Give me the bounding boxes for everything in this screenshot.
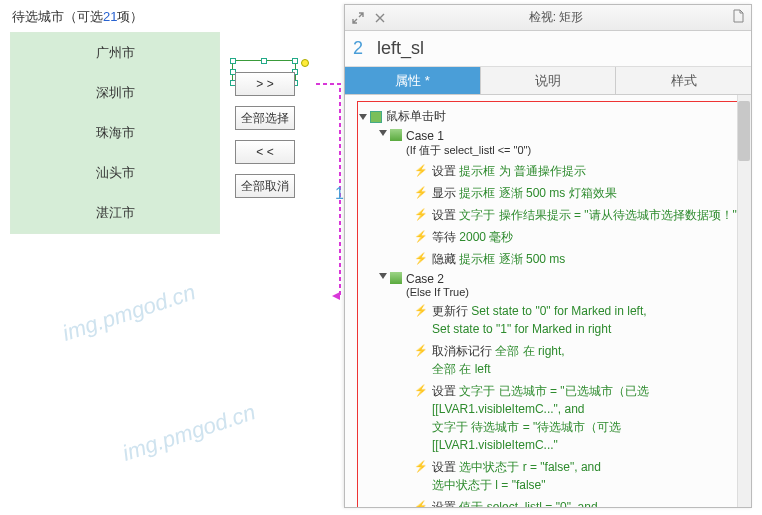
element-name-row[interactable]: 2 left_sl (345, 31, 751, 67)
watermark: img.pmgod.cn (119, 399, 258, 466)
case-1[interactable]: Case 1 (If 值于 select_listl <= "0") ⚡设置 提… (380, 127, 742, 270)
bolt-icon: ⚡ (414, 228, 426, 245)
deselect-all-button[interactable]: 全部取消 (235, 174, 295, 198)
svg-marker-0 (332, 292, 340, 300)
city-list[interactable]: 广州市 深圳市 珠海市 汕头市 湛江市 (10, 32, 220, 234)
bolt-icon: ⚡ (414, 342, 426, 359)
tab-style[interactable]: 样式 (616, 67, 751, 94)
highlight-box: 鼠标单击时 Case 1 (If 值于 select_listl <= "0")… (357, 101, 745, 507)
case-icon (390, 272, 402, 284)
action-row: ⚡显示 提示框 逐渐 500 ms 灯箱效果 (414, 182, 742, 204)
move-right-button[interactable]: > > (235, 72, 295, 96)
case-icon (390, 129, 402, 141)
resize-handle[interactable] (292, 58, 298, 64)
resize-handle[interactable] (261, 58, 267, 64)
modified-indicator-icon: * (425, 73, 430, 88)
expand-icon[interactable] (359, 114, 367, 120)
candidate-city-panel: 待选城市（可选21项） 广州市 深圳市 珠海市 汕头市 湛江市 (10, 4, 220, 234)
element-name-field[interactable]: left_sl (377, 38, 424, 59)
bolt-icon: ⚡ (414, 250, 426, 267)
case-title: Case 2 (406, 272, 469, 286)
case-condition: (Else If True) (406, 286, 469, 298)
case-2[interactable]: Case 2 (Else If True) ⚡更新行 Set state to … (380, 270, 742, 507)
action-row: ⚡隐藏 提示框 逐渐 500 ms (414, 248, 742, 270)
interactions-body[interactable]: 鼠标单击时 Case 1 (If 值于 select_listl <= "0")… (345, 95, 751, 507)
event-icon (370, 111, 382, 123)
bolt-icon: ⚡ (414, 382, 426, 399)
header-count: 21 (103, 9, 117, 24)
header-prefix: 待选城市（可选 (12, 9, 103, 24)
transfer-controls: > > 全部选择 < < 全部取消 (235, 72, 305, 208)
action-row: ⚡设置 文字于 操作结果提示 = "请从待选城市选择数据项！" (414, 204, 742, 226)
tab-properties[interactable]: 属性* (345, 67, 481, 94)
list-item[interactable]: 珠海市 (11, 113, 219, 153)
list-item[interactable]: 汕头市 (11, 153, 219, 193)
bolt-icon: ⚡ (414, 302, 426, 319)
page-icon[interactable] (731, 9, 745, 23)
inspector-titlebar[interactable]: 检视: 矩形 (345, 5, 751, 31)
action-row: ⚡设置 文字于 已选城市 = "已选城市（已选[[LVAR1.visibleIt… (414, 380, 742, 456)
action-row: ⚡取消标记行 全部 在 right,全部 在 left (414, 340, 742, 380)
collapse-icon[interactable] (351, 11, 365, 25)
event-onclick[interactable]: 鼠标单击时 (360, 106, 742, 127)
case-condition: (If 值于 select_listl <= "0") (406, 143, 531, 158)
bolt-icon: ⚡ (414, 498, 426, 507)
close-icon[interactable] (373, 11, 387, 25)
watermark: img.pmgod.cn (59, 279, 198, 346)
resize-handle[interactable] (230, 58, 236, 64)
tab-notes[interactable]: 说明 (481, 67, 617, 94)
bolt-icon: ⚡ (414, 206, 426, 223)
select-all-button[interactable]: 全部选择 (235, 106, 295, 130)
action-row: ⚡设置 值于 select_listl = "0", and值于 select_… (414, 496, 742, 507)
list-item[interactable]: 深圳市 (11, 73, 219, 113)
action-row: ⚡设置 选中状态于 r = "false", and选中状态于 l = "fal… (414, 456, 742, 496)
expand-icon[interactable] (379, 130, 387, 136)
expand-icon[interactable] (379, 273, 387, 279)
move-left-button[interactable]: < < (235, 140, 295, 164)
inspector-tabs: 属性* 说明 样式 (345, 67, 751, 95)
bolt-icon: ⚡ (414, 162, 426, 179)
inspector-panel: 检视: 矩形 2 left_sl 属性* 说明 样式 鼠标单击时 Case 1 (344, 4, 752, 508)
action-row: ⚡等待 2000 毫秒 (414, 226, 742, 248)
annotation-number: 1 (335, 185, 344, 203)
bolt-icon: ⚡ (414, 458, 426, 475)
event-label: 鼠标单击时 (386, 108, 446, 125)
action-row: ⚡更新行 Set state to "0" for Marked in left… (414, 300, 742, 340)
bolt-icon: ⚡ (414, 184, 426, 201)
action-row: ⚡设置 提示框 为 普通操作提示 (414, 160, 742, 182)
scrollbar-thumb[interactable] (738, 101, 750, 161)
scrollbar[interactable] (737, 95, 751, 507)
case-title: Case 1 (406, 129, 531, 143)
list-item[interactable]: 湛江市 (11, 193, 219, 233)
header-suffix: 项） (117, 9, 143, 24)
element-index: 2 (353, 38, 377, 59)
interaction-indicator-icon (301, 59, 309, 67)
list-item[interactable]: 广州市 (11, 33, 219, 73)
inspector-title: 检视: 矩形 (387, 9, 725, 26)
candidate-city-header: 待选城市（可选21项） (10, 4, 220, 32)
